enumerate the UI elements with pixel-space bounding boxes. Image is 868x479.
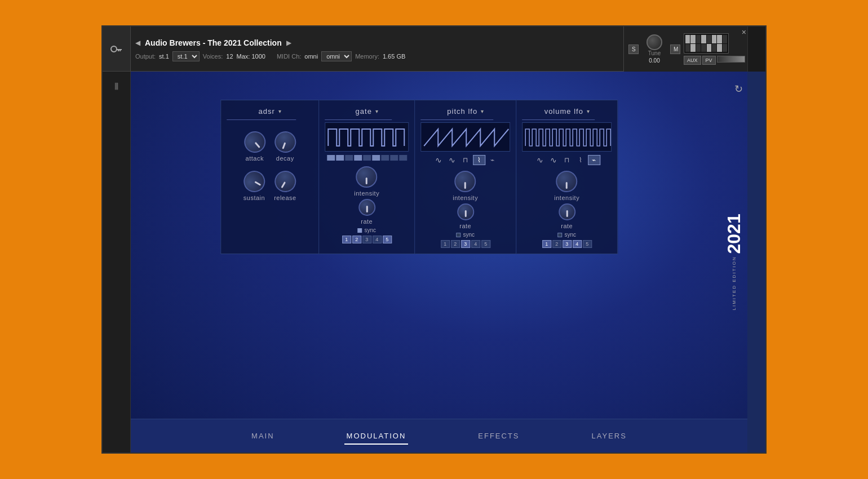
pitch-sync-label: sync bbox=[463, 232, 475, 238]
step-btn-6[interactable] bbox=[372, 155, 380, 161]
gate-title: gate bbox=[356, 107, 372, 116]
gate-sync-checkbox[interactable] bbox=[357, 228, 362, 233]
pitch-sync-checkbox[interactable] bbox=[456, 233, 460, 237]
decay-knob[interactable] bbox=[271, 128, 299, 156]
pitch-title: pitch lfo bbox=[447, 107, 477, 116]
gate-beat-5[interactable]: 5 bbox=[383, 236, 392, 243]
sustain-knob[interactable] bbox=[240, 167, 269, 196]
aux-button[interactable]: AUX bbox=[684, 56, 701, 65]
grid-cell-3[interactable] bbox=[701, 35, 706, 43]
step-btn-5[interactable] bbox=[363, 155, 371, 161]
grid-cell-10[interactable] bbox=[696, 44, 701, 52]
step-btn-3[interactable] bbox=[345, 155, 353, 161]
m-button[interactable]: M bbox=[670, 45, 680, 54]
pitch-wave-sine[interactable]: ∿ bbox=[432, 155, 445, 165]
pitch-beat-1[interactable]: 1 bbox=[441, 240, 450, 248]
tab-modulation[interactable]: MODULATION bbox=[344, 427, 409, 445]
grid-cell-12[interactable] bbox=[707, 44, 711, 52]
next-arrow[interactable]: ▶ bbox=[286, 39, 291, 47]
pv-button[interactable]: PV bbox=[702, 56, 716, 65]
gate-waveform-svg bbox=[325, 123, 409, 152]
slider-control[interactable] bbox=[717, 56, 745, 63]
gate-beat-3[interactable]: 3 bbox=[362, 236, 371, 243]
vol-beat-1[interactable]: 1 bbox=[542, 240, 551, 248]
pitch-dropdown-arrow[interactable]: ▾ bbox=[481, 108, 484, 114]
step-btn-8[interactable] bbox=[390, 155, 398, 161]
pitch-wave-sine2[interactable]: ∿ bbox=[446, 155, 458, 165]
sidebar-bars-icon[interactable]: ⦀ bbox=[114, 81, 119, 92]
step-btn-1[interactable] bbox=[327, 155, 335, 161]
adsr-row1: attack decay bbox=[227, 131, 313, 162]
pitch-rate-knob[interactable] bbox=[457, 203, 474, 220]
grid-cell-14[interactable] bbox=[717, 44, 721, 52]
pitch-beat-2[interactable]: 2 bbox=[451, 240, 460, 248]
vol-intensity-knob[interactable] bbox=[556, 171, 578, 192]
pitch-beat-4[interactable]: 4 bbox=[471, 240, 480, 248]
vol-beat-3[interactable]: 3 bbox=[563, 240, 572, 248]
pitch-wave-square[interactable]: ⊓ bbox=[459, 155, 472, 165]
midi-row: MIDI Ch: omni omni Memory: 1.65 GB bbox=[277, 51, 405, 61]
tune-knob[interactable] bbox=[646, 34, 662, 50]
attack-knob[interactable] bbox=[240, 127, 270, 157]
grid-cell-8[interactable] bbox=[685, 44, 690, 52]
output-value: st.1 bbox=[159, 53, 169, 60]
vol-wave-saw[interactable]: ⌇ bbox=[574, 155, 587, 165]
vol-wave-noise[interactable]: ⌁ bbox=[588, 155, 600, 165]
s-button[interactable]: S bbox=[628, 45, 639, 54]
vol-sync-checkbox[interactable] bbox=[557, 233, 562, 237]
output-dropdown[interactable]: st.1 bbox=[172, 51, 200, 61]
gate-beat-2[interactable]: 2 bbox=[352, 236, 361, 243]
tab-effects[interactable]: EFFECTS bbox=[476, 427, 521, 445]
vol-beat-4[interactable]: 4 bbox=[573, 240, 582, 248]
adsr-dropdown-arrow[interactable]: ▾ bbox=[278, 108, 281, 114]
close-button[interactable]: × bbox=[742, 28, 746, 37]
grid-cell-1[interactable] bbox=[690, 35, 695, 43]
pitch-wave-saw[interactable]: ⌇ bbox=[473, 155, 485, 165]
far-right-bar bbox=[747, 26, 765, 72]
midi-value: omni bbox=[304, 53, 318, 60]
grid-cell-4[interactable] bbox=[707, 35, 711, 43]
pitch-beat-5[interactable]: 5 bbox=[481, 240, 490, 248]
vol-rate-knob[interactable] bbox=[559, 203, 575, 220]
pitch-beats: 1 2 3 4 5 bbox=[441, 240, 490, 248]
midi-dropdown[interactable]: omni bbox=[321, 51, 352, 61]
release-knob[interactable] bbox=[271, 167, 300, 196]
grid-cell-15[interactable] bbox=[723, 44, 727, 52]
gate-waveform bbox=[325, 122, 409, 152]
pitch-intensity-knob[interactable] bbox=[455, 171, 476, 192]
step-btn-2[interactable] bbox=[336, 155, 344, 161]
step-btn-4[interactable] bbox=[354, 155, 362, 161]
grid-cell-7[interactable] bbox=[723, 35, 727, 43]
grid-cell-9[interactable] bbox=[690, 44, 695, 52]
grid-cell-6[interactable] bbox=[717, 35, 721, 43]
memory-value: 1.65 GB bbox=[383, 53, 405, 60]
main-area: 2021 LIMITED EDITION ↻ adsr ▾ attack bbox=[131, 72, 747, 453]
prev-arrow[interactable]: ◀ bbox=[135, 39, 140, 47]
vol-beat-2[interactable]: 2 bbox=[552, 240, 561, 248]
vol-wave-sine[interactable]: ∿ bbox=[534, 155, 546, 165]
gate-dropdown-arrow[interactable]: ▾ bbox=[375, 108, 378, 114]
tab-main[interactable]: MAIN bbox=[249, 427, 277, 445]
pitch-wave-noise[interactable]: ⌁ bbox=[486, 155, 499, 165]
vol-wave-square[interactable]: ⊓ bbox=[561, 155, 573, 165]
vol-wave-sine2[interactable]: ∿ bbox=[547, 155, 560, 165]
vol-header: volume lfo ▾ bbox=[522, 107, 612, 116]
grid-cell-11[interactable] bbox=[701, 44, 706, 52]
step-btn-7[interactable] bbox=[381, 155, 389, 161]
sustain-group: sustain bbox=[243, 171, 265, 201]
gate-beat-1[interactable]: 1 bbox=[342, 236, 351, 243]
gate-intensity-knob[interactable] bbox=[356, 166, 378, 188]
grid-cell-0[interactable] bbox=[685, 35, 690, 43]
vol-dropdown-arrow[interactable]: ▾ bbox=[587, 108, 590, 114]
tab-layers[interactable]: LAYERS bbox=[590, 427, 629, 445]
grid-cell-5[interactable] bbox=[712, 35, 716, 43]
pitch-beat-3[interactable]: 3 bbox=[461, 240, 470, 248]
vol-beat-5[interactable]: 5 bbox=[583, 240, 592, 248]
gate-beat-4[interactable]: 4 bbox=[373, 236, 382, 243]
gate-rate-knob[interactable] bbox=[358, 199, 375, 216]
grid-cell-13[interactable] bbox=[712, 44, 716, 52]
voices-label: Voices: bbox=[203, 53, 223, 60]
grid-cell-2[interactable] bbox=[696, 35, 701, 43]
refresh-icon[interactable]: ↻ bbox=[734, 83, 743, 95]
step-btn-9[interactable] bbox=[399, 155, 407, 161]
